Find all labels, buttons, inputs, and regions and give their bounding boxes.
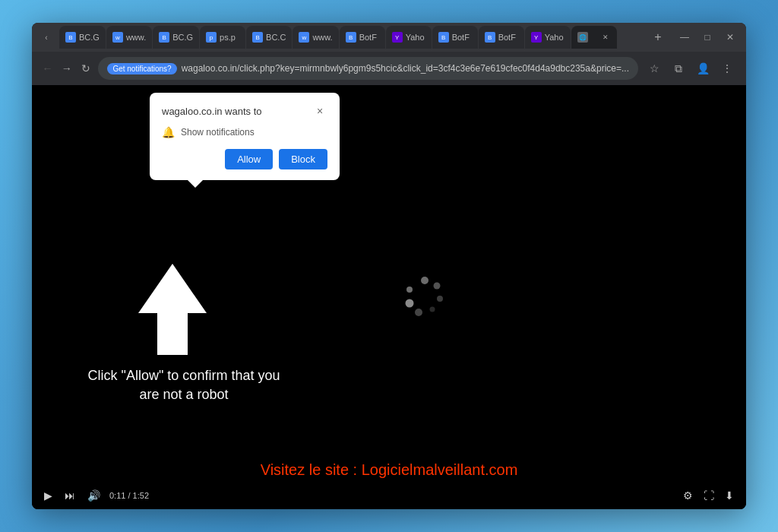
tab-label: BC.G	[79, 33, 100, 42]
tab-item[interactable]: B BotF	[340, 26, 385, 49]
tab-label: Yaho	[545, 33, 564, 42]
svg-point-7	[406, 287, 413, 293]
arrow-icon	[131, 260, 214, 359]
play-button[interactable]: ▶	[41, 488, 55, 503]
volume-button[interactable]: 🔊	[84, 488, 103, 503]
svg-point-3	[437, 296, 443, 302]
tab-label: BotF	[498, 33, 516, 42]
tab-item[interactable]: B BC.C	[246, 26, 292, 49]
tab-favicon: Y	[531, 32, 542, 43]
popup-title: wagaloo.co.in wants to	[162, 106, 262, 117]
forward-button[interactable]: →	[60, 58, 73, 79]
video-controls-right: ⚙ ⛶ ⬇	[680, 488, 737, 503]
tab-favicon: w	[112, 32, 123, 43]
menu-button[interactable]: ⋮	[717, 59, 737, 78]
extensions-button[interactable]: ⧉	[669, 59, 688, 78]
tab-label: BC.C	[266, 33, 286, 42]
tab-item-active[interactable]: 🌐 ✕	[571, 26, 617, 49]
fullscreen-button[interactable]: ⛶	[701, 488, 717, 503]
minimize-button[interactable]: —	[675, 27, 694, 47]
browser-window: ‹ B BC.G w www. B BC.G p ps.p B BC.C	[32, 23, 746, 509]
bell-icon: 🔔	[162, 126, 175, 138]
svg-point-4	[430, 307, 435, 312]
video-time-total: 1:52	[133, 491, 149, 500]
tab-item[interactable]: p ps.p	[200, 26, 245, 49]
tab-item[interactable]: B BotF	[479, 26, 524, 49]
back-button[interactable]: ←	[41, 58, 54, 79]
new-tab-button[interactable]: +	[649, 28, 667, 46]
address-input-wrap[interactable]: Get notifications? wagaloo.co.in/click.p…	[98, 57, 638, 80]
close-window-button[interactable]: ✕	[720, 27, 740, 47]
tab-label: www.	[312, 33, 332, 42]
address-bar: ← → ↻ Get notifications? wagaloo.co.in/c…	[32, 52, 746, 85]
tab-label: BC.G	[172, 33, 193, 42]
tabs-list: B BC.G w www. B BC.G p ps.p B BC.C w www…	[59, 26, 647, 49]
tab-scroll-left[interactable]: ‹	[38, 29, 55, 46]
skip-button[interactable]: ⏭	[62, 488, 78, 503]
block-button[interactable]: Block	[279, 149, 327, 169]
video-settings-button[interactable]: ⚙	[680, 488, 696, 503]
profile-button[interactable]: 👤	[693, 59, 713, 78]
notification-popup: wagaloo.co.in wants to × 🔔 Show notifica…	[150, 93, 340, 180]
tab-label: BotF	[452, 33, 470, 42]
tab-favicon: B	[159, 32, 169, 43]
popup-permission-row: 🔔 Show notifications	[162, 126, 327, 138]
instruction-text: Click "Allow" to confirm that you are no…	[70, 366, 298, 404]
instruction-line1: Click "Allow" to confirm that you	[88, 368, 280, 383]
popup-header: wagaloo.co.in wants to ×	[162, 103, 327, 119]
tab-label: BotF	[359, 33, 377, 42]
tab-item[interactable]: B BotF	[432, 26, 478, 49]
tab-favicon: p	[206, 32, 217, 43]
notification-badge: Get notifications?	[107, 63, 176, 74]
instruction-line2: are not a robot	[139, 387, 228, 402]
tab-item[interactable]: B BC.G	[59, 26, 106, 49]
tab-favicon: B	[252, 32, 263, 43]
arrow-container	[131, 260, 214, 362]
maximize-button[interactable]: □	[697, 27, 717, 47]
video-controls: ▶ ⏭ 🔊 0:11 / 1:52 ⚙ ⛶ ⬇	[32, 482, 746, 509]
popup-actions: Allow Block	[162, 149, 327, 169]
tab-bar: ‹ B BC.G w www. B BC.G p ps.p B BC.C	[32, 23, 746, 52]
allow-button[interactable]: Allow	[225, 149, 273, 169]
tab-favicon-active: 🌐	[577, 32, 588, 43]
svg-point-5	[415, 309, 422, 316]
bookmark-button[interactable]: ☆	[644, 59, 664, 78]
popup-triangle	[188, 180, 203, 188]
tab-favicon: B	[438, 32, 449, 43]
address-bar-right: ☆ ⧉ 👤 ⋮	[644, 59, 737, 78]
tab-item[interactable]: w www.	[293, 26, 338, 49]
tab-close-button[interactable]: ✕	[600, 32, 611, 43]
tab-item[interactable]: B BC.G	[153, 26, 199, 49]
tab-favicon: B	[346, 32, 356, 43]
tab-label: www.	[126, 33, 146, 42]
tab-favicon: Y	[392, 32, 403, 43]
watermark: Visitez le site : Logicielmalveillant.co…	[261, 461, 518, 479]
svg-point-1	[421, 277, 429, 284]
loading-spinner	[402, 273, 448, 321]
svg-point-6	[406, 299, 414, 308]
tab-item[interactable]: Y Yaho	[525, 26, 571, 49]
refresh-button[interactable]: ↻	[79, 58, 92, 79]
tab-label: Yaho	[406, 33, 425, 42]
window-controls: — □ ✕	[675, 27, 740, 47]
address-url: wagaloo.co.in/click.php?key=mirmnbwly6pg…	[182, 63, 629, 74]
content-area: wagaloo.co.in wants to × 🔔 Show notifica…	[32, 85, 746, 509]
download-button[interactable]: ⬇	[722, 488, 737, 503]
video-time: 0:11 / 1:52	[109, 491, 149, 500]
popup-close-button[interactable]: ×	[312, 103, 327, 119]
video-time-current: 0:11	[109, 491, 125, 500]
tab-favicon: w	[299, 32, 309, 43]
tab-favicon: B	[65, 32, 76, 43]
tab-item[interactable]: Y Yaho	[386, 26, 432, 49]
permission-label: Show notifications	[181, 127, 255, 138]
svg-point-2	[434, 283, 441, 290]
svg-marker-0	[138, 264, 207, 355]
tab-item[interactable]: w www.	[106, 26, 152, 49]
tab-label: ps.p	[220, 33, 236, 42]
tab-favicon: B	[485, 32, 495, 43]
